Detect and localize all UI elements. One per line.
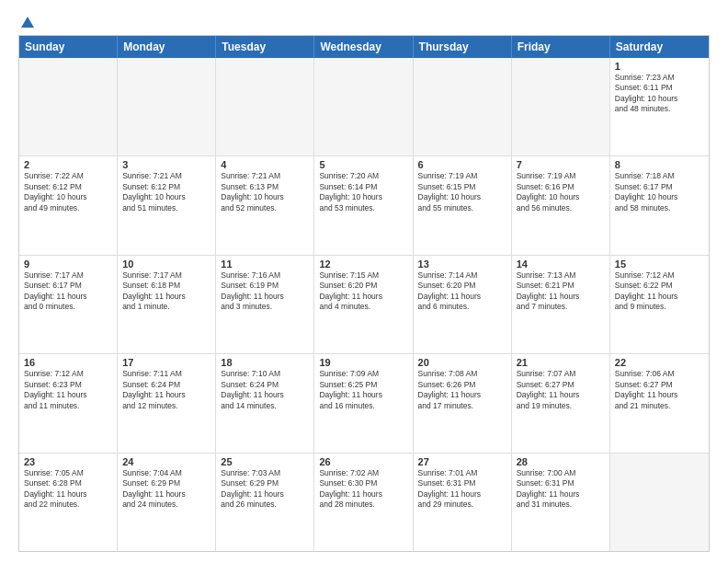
- weekday-header-tuesday: Tuesday: [216, 36, 314, 58]
- day-info: Sunrise: 7:09 AM Sunset: 6:25 PM Dayligh…: [319, 369, 407, 411]
- day-info: Sunrise: 7:12 AM Sunset: 6:23 PM Dayligh…: [24, 369, 112, 411]
- day-cell-18: 18Sunrise: 7:10 AM Sunset: 6:24 PM Dayli…: [216, 354, 314, 452]
- day-info: Sunrise: 7:01 AM Sunset: 6:31 PM Dayligh…: [418, 468, 506, 511]
- day-info: Sunrise: 7:12 AM Sunset: 6:22 PM Dayligh…: [615, 270, 704, 313]
- calendar-row-3: 16Sunrise: 7:12 AM Sunset: 6:23 PM Dayli…: [19, 353, 709, 452]
- day-cell-22: 22Sunrise: 7:06 AM Sunset: 6:27 PM Dayli…: [610, 354, 709, 452]
- day-info: Sunrise: 7:06 AM Sunset: 6:27 PM Dayligh…: [615, 369, 704, 411]
- day-info: Sunrise: 7:16 AM Sunset: 6:19 PM Dayligh…: [221, 270, 309, 313]
- day-number: 10: [122, 259, 210, 270]
- day-cell-9: 9Sunrise: 7:17 AM Sunset: 6:17 PM Daylig…: [19, 256, 118, 353]
- day-number: 5: [319, 159, 407, 170]
- header: [18, 15, 710, 28]
- day-cell-12: 12Sunrise: 7:15 AM Sunset: 6:20 PM Dayli…: [314, 256, 413, 353]
- day-info: Sunrise: 7:08 AM Sunset: 6:26 PM Dayligh…: [418, 369, 506, 411]
- day-cell-13: 13Sunrise: 7:14 AM Sunset: 6:20 PM Dayli…: [414, 256, 512, 353]
- day-number: 8: [615, 159, 704, 170]
- empty-cell-0-4: [414, 58, 512, 155]
- calendar-row-4: 23Sunrise: 7:05 AM Sunset: 6:28 PM Dayli…: [19, 453, 709, 551]
- day-number: 15: [615, 259, 704, 270]
- day-cell-8: 8Sunrise: 7:18 AM Sunset: 6:17 PM Daylig…: [610, 156, 709, 254]
- calendar-row-0: 1Sunrise: 7:23 AM Sunset: 6:11 PM Daylig…: [19, 58, 709, 155]
- day-number: 12: [319, 259, 407, 270]
- day-number: 4: [221, 159, 309, 170]
- day-number: 7: [517, 159, 605, 170]
- day-cell-23: 23Sunrise: 7:05 AM Sunset: 6:28 PM Dayli…: [19, 454, 118, 551]
- day-info: Sunrise: 7:13 AM Sunset: 6:21 PM Dayligh…: [517, 270, 605, 313]
- day-number: 25: [221, 456, 309, 467]
- day-cell-14: 14Sunrise: 7:13 AM Sunset: 6:21 PM Dayli…: [512, 256, 610, 353]
- day-info: Sunrise: 7:17 AM Sunset: 6:18 PM Dayligh…: [122, 270, 210, 313]
- day-info: Sunrise: 7:02 AM Sunset: 6:30 PM Dayligh…: [319, 468, 407, 511]
- day-cell-6: 6Sunrise: 7:19 AM Sunset: 6:15 PM Daylig…: [414, 156, 512, 254]
- day-number: 26: [319, 456, 407, 467]
- day-number: 28: [517, 456, 605, 467]
- day-info: Sunrise: 7:20 AM Sunset: 6:14 PM Dayligh…: [319, 171, 407, 213]
- day-cell-25: 25Sunrise: 7:03 AM Sunset: 6:29 PM Dayli…: [216, 454, 314, 551]
- day-cell-19: 19Sunrise: 7:09 AM Sunset: 6:25 PM Dayli…: [314, 354, 413, 452]
- day-info: Sunrise: 7:22 AM Sunset: 6:12 PM Dayligh…: [24, 171, 112, 213]
- day-number: 11: [221, 259, 309, 270]
- day-cell-1: 1Sunrise: 7:23 AM Sunset: 6:11 PM Daylig…: [610, 58, 709, 155]
- day-info: Sunrise: 7:14 AM Sunset: 6:20 PM Dayligh…: [418, 270, 506, 313]
- day-number: 18: [221, 357, 309, 368]
- day-cell-24: 24Sunrise: 7:04 AM Sunset: 6:29 PM Dayli…: [118, 454, 216, 551]
- day-info: Sunrise: 7:21 AM Sunset: 6:12 PM Dayligh…: [122, 171, 210, 213]
- empty-cell-0-5: [512, 58, 610, 155]
- weekday-header-sunday: Sunday: [19, 36, 118, 58]
- weekday-header-wednesday: Wednesday: [314, 36, 413, 58]
- day-number: 6: [418, 159, 506, 170]
- day-number: 13: [418, 259, 506, 270]
- calendar-header: SundayMondayTuesdayWednesdayThursdayFrid…: [19, 36, 709, 58]
- day-cell-15: 15Sunrise: 7:12 AM Sunset: 6:22 PM Dayli…: [610, 256, 709, 353]
- day-info: Sunrise: 7:03 AM Sunset: 6:29 PM Dayligh…: [221, 468, 309, 511]
- calendar-row-1: 2Sunrise: 7:22 AM Sunset: 6:12 PM Daylig…: [19, 155, 709, 254]
- day-number: 2: [24, 159, 112, 170]
- day-cell-11: 11Sunrise: 7:16 AM Sunset: 6:19 PM Dayli…: [216, 256, 314, 353]
- day-cell-4: 4Sunrise: 7:21 AM Sunset: 6:13 PM Daylig…: [216, 156, 314, 254]
- logo-icon: [19, 15, 36, 31]
- day-cell-17: 17Sunrise: 7:11 AM Sunset: 6:24 PM Dayli…: [118, 354, 216, 452]
- day-info: Sunrise: 7:10 AM Sunset: 6:24 PM Dayligh…: [221, 369, 309, 411]
- day-info: Sunrise: 7:15 AM Sunset: 6:20 PM Dayligh…: [319, 270, 407, 313]
- day-cell-16: 16Sunrise: 7:12 AM Sunset: 6:23 PM Dayli…: [19, 354, 118, 452]
- day-cell-26: 26Sunrise: 7:02 AM Sunset: 6:30 PM Dayli…: [314, 454, 413, 551]
- day-info: Sunrise: 7:23 AM Sunset: 6:11 PM Dayligh…: [615, 73, 704, 115]
- day-number: 20: [418, 357, 506, 368]
- day-number: 27: [418, 456, 506, 467]
- day-number: 3: [122, 159, 210, 170]
- day-info: Sunrise: 7:00 AM Sunset: 6:31 PM Dayligh…: [517, 468, 605, 511]
- day-cell-28: 28Sunrise: 7:00 AM Sunset: 6:31 PM Dayli…: [512, 454, 610, 551]
- day-number: 22: [615, 357, 704, 368]
- day-number: 9: [24, 259, 112, 270]
- weekday-header-saturday: Saturday: [610, 36, 709, 58]
- day-info: Sunrise: 7:17 AM Sunset: 6:17 PM Dayligh…: [24, 270, 112, 313]
- day-number: 16: [24, 357, 112, 368]
- calendar-row-2: 9Sunrise: 7:17 AM Sunset: 6:17 PM Daylig…: [19, 255, 709, 353]
- day-info: Sunrise: 7:04 AM Sunset: 6:29 PM Dayligh…: [122, 468, 210, 511]
- empty-cell-0-0: [19, 58, 118, 155]
- svg-marker-0: [21, 17, 34, 28]
- day-info: Sunrise: 7:21 AM Sunset: 6:13 PM Dayligh…: [221, 171, 309, 213]
- page: SundayMondayTuesdayWednesdayThursdayFrid…: [0, 0, 728, 563]
- day-info: Sunrise: 7:18 AM Sunset: 6:17 PM Dayligh…: [615, 171, 704, 213]
- weekday-header-monday: Monday: [118, 36, 216, 58]
- day-number: 1: [615, 61, 704, 72]
- weekday-header-thursday: Thursday: [414, 36, 512, 58]
- day-cell-21: 21Sunrise: 7:07 AM Sunset: 6:27 PM Dayli…: [512, 354, 610, 452]
- calendar-body: 1Sunrise: 7:23 AM Sunset: 6:11 PM Daylig…: [19, 58, 709, 551]
- empty-cell-0-2: [216, 58, 314, 155]
- day-cell-10: 10Sunrise: 7:17 AM Sunset: 6:18 PM Dayli…: [118, 256, 216, 353]
- day-cell-27: 27Sunrise: 7:01 AM Sunset: 6:31 PM Dayli…: [414, 454, 512, 551]
- day-cell-7: 7Sunrise: 7:19 AM Sunset: 6:16 PM Daylig…: [512, 156, 610, 254]
- day-info: Sunrise: 7:11 AM Sunset: 6:24 PM Dayligh…: [122, 369, 210, 411]
- day-number: 17: [122, 357, 210, 368]
- day-number: 21: [517, 357, 605, 368]
- day-cell-20: 20Sunrise: 7:08 AM Sunset: 6:26 PM Dayli…: [414, 354, 512, 452]
- empty-cell-0-3: [314, 58, 413, 155]
- empty-cell-4-6: [610, 454, 709, 551]
- weekday-header-friday: Friday: [512, 36, 610, 58]
- calendar: SundayMondayTuesdayWednesdayThursdayFrid…: [18, 35, 710, 552]
- day-number: 24: [122, 456, 210, 467]
- day-number: 14: [517, 259, 605, 270]
